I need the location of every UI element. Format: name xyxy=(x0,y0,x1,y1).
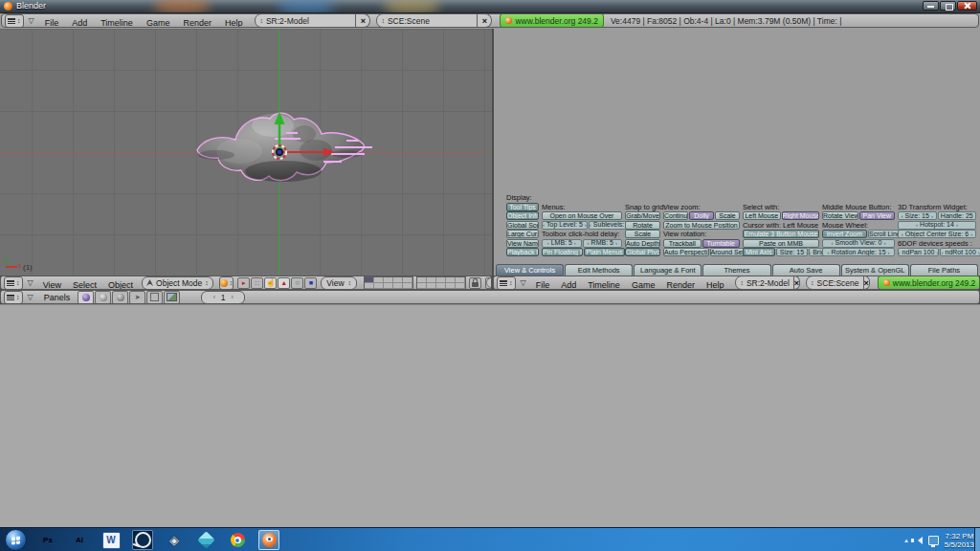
decrement-arrow-icon[interactable]: ‹ xyxy=(941,249,943,256)
menu-add[interactable]: Add xyxy=(65,18,94,28)
decrement-arrow-icon[interactable]: ‹ xyxy=(832,239,834,247)
pref-toggle-global-scene[interactable]: Global Scene xyxy=(506,221,539,230)
layer-button-10[interactable] xyxy=(403,283,412,289)
prefs-tab-themes[interactable]: Themes xyxy=(702,264,770,276)
increment-arrow-icon[interactable]: › xyxy=(574,239,576,247)
pref-toggle-scale[interactable]: Scale xyxy=(625,230,660,238)
taskbar-app-word[interactable]: W xyxy=(100,530,122,550)
proportional-edit-button[interactable]: ∷ xyxy=(251,277,263,289)
increment-arrow-icon[interactable]: › xyxy=(931,212,933,220)
prefs-tab-auto-save[interactable]: Auto Save xyxy=(772,264,840,276)
layer-button-6[interactable] xyxy=(365,283,374,289)
screen-selector[interactable]: ↕ SR:2-Model xyxy=(255,13,356,28)
viewport-menu-view[interactable]: View xyxy=(37,280,67,290)
pref-toggle-left-mouse[interactable]: Left Mouse xyxy=(743,211,781,220)
buttons-window-content[interactable] xyxy=(0,304,980,528)
layer-buttons-group-1[interactable] xyxy=(364,276,413,290)
increment-arrow-icon[interactable]: › xyxy=(883,239,885,247)
prefs-tab-edit-methods[interactable]: Edit Methods xyxy=(565,264,633,276)
decrement-arrow-icon[interactable]: ‹ xyxy=(902,212,903,220)
version-badge[interactable]: www.blender.org 249.2 xyxy=(500,13,603,28)
pref-toggle-continue[interactable]: Continue xyxy=(663,211,688,220)
decrement-arrow-icon[interactable]: ‹ xyxy=(899,249,901,256)
editing-context-button[interactable] xyxy=(146,291,163,304)
scene-selector[interactable]: ↕ SCE:Scene xyxy=(376,13,478,28)
increment-arrow-icon[interactable]: › xyxy=(956,221,958,229)
pref-field-top-level-5[interactable]: ‹Top Level: 5› xyxy=(542,221,588,230)
collapse-menus-icon[interactable]: ▽ xyxy=(28,278,33,287)
pref-toggle-auto-depth[interactable]: Auto Depth xyxy=(625,239,660,248)
screen-selector[interactable]: ↕ SR:2-Model xyxy=(735,276,793,290)
pref-toggle-right-mouse[interactable]: Right Mouse xyxy=(782,211,820,220)
layer-button-8[interactable] xyxy=(384,283,393,289)
version-badge[interactable]: www.blender.org 249.2 xyxy=(878,276,980,290)
pref-toggle-dolly[interactable]: Dolly xyxy=(689,211,714,220)
layer-button-17[interactable] xyxy=(427,283,436,289)
lock-layers-button[interactable] xyxy=(469,277,481,289)
script-context-button[interactable] xyxy=(95,291,111,304)
layer-button-9[interactable] xyxy=(393,283,403,289)
start-button[interactable] xyxy=(5,529,27,551)
show-hidden-icons-button[interactable]: ▴ xyxy=(904,537,908,544)
pref-field-size-15[interactable]: ‹Size: 15› xyxy=(898,211,937,220)
prefs-tab-language-font[interactable]: Language & Font xyxy=(634,264,702,276)
menu-help[interactable]: Help xyxy=(218,18,250,28)
increment-arrow-icon[interactable]: › xyxy=(585,221,587,229)
maximize-button[interactable] xyxy=(940,1,956,11)
layer-button-7[interactable] xyxy=(374,283,384,289)
increment-arrow-icon[interactable]: › xyxy=(888,249,890,256)
taskbar-app-illustrator[interactable]: Ai xyxy=(69,530,90,550)
pref-field-object-center-size-6[interactable]: ‹Object Center Size: 6› xyxy=(898,230,976,238)
editor-type-button[interactable]: ↕ xyxy=(5,14,24,28)
viewport-menu-object[interactable]: Object xyxy=(102,280,139,290)
pref-toggle-rotate-view[interactable]: Rotate View xyxy=(822,211,858,220)
scale-manipulator-button[interactable]: ■ xyxy=(304,277,317,289)
pref-field-size-15[interactable]: ‹Size: 15› xyxy=(776,248,809,256)
decrement-arrow-icon[interactable]: ‹ xyxy=(588,239,590,247)
prefs-tab-view-controls[interactable]: View & Controls xyxy=(496,264,564,276)
network-icon[interactable] xyxy=(928,536,939,545)
transform-orientation-selector[interactable]: View ↕ xyxy=(321,276,357,290)
increment-arrow-icon[interactable]: › xyxy=(615,239,617,247)
pref-field-smooth-view-0[interactable]: ‹Smooth View: 0› xyxy=(822,239,895,248)
pref-toggle-paste-on-mmb[interactable]: Paste on MMB xyxy=(743,239,819,248)
layer-button-16[interactable] xyxy=(417,283,427,289)
minimize-button[interactable] xyxy=(923,1,939,11)
pref-toggle-turntable[interactable]: Turntable xyxy=(702,239,741,248)
pref-toggle-view-name[interactable]: View Name xyxy=(506,239,539,248)
manipulator-toggle-button[interactable]: ☝ xyxy=(264,277,277,289)
pref-toggle-rotate[interactable]: Rotate xyxy=(625,221,660,230)
layer-button-20[interactable] xyxy=(456,283,465,289)
shading-context-button[interactable] xyxy=(112,291,128,304)
pref-toggle-scale[interactable]: Scale xyxy=(715,211,740,220)
menu-game[interactable]: Game xyxy=(626,280,661,290)
decrement-arrow-icon[interactable]: ‹ xyxy=(590,221,591,229)
decrement-arrow-icon[interactable]: ‹ xyxy=(916,221,918,229)
pivot-selector[interactable]: ▸ xyxy=(237,277,250,289)
prefs-tab-file-paths[interactable]: File Paths xyxy=(910,264,978,276)
increment-arrow-icon[interactable]: › xyxy=(970,231,972,238)
scene-delete-button[interactable]: × xyxy=(864,276,870,290)
collapse-menus-icon[interactable]: ▽ xyxy=(521,278,526,287)
pref-field-ndrot-100[interactable]: ‹ndRot 100› xyxy=(940,248,980,256)
screen-delete-button[interactable]: × xyxy=(356,13,370,28)
prefs-tab-system-opengl[interactable]: System & OpenGL xyxy=(841,264,909,276)
pref-field-rotation-angle-15[interactable]: ‹Rotation Angle: 15› xyxy=(822,248,895,256)
menu-help[interactable]: Help xyxy=(701,280,730,290)
pref-field-hotspot-14[interactable]: ‹Hotspot: 14› xyxy=(898,221,976,230)
pref-toggle-trackball[interactable]: Trackball xyxy=(663,239,702,248)
pref-toggle-large-cursor[interactable]: Large Cursor xyxy=(506,230,539,238)
menu-timeline[interactable]: Timeline xyxy=(582,280,626,290)
menu-game[interactable]: Game xyxy=(140,18,177,28)
pref-field-lmb-5[interactable]: ‹LMB: 5› xyxy=(542,239,582,248)
decrement-arrow-icon[interactable]: ‹ xyxy=(902,231,903,238)
increment-arrow-icon[interactable]: › xyxy=(936,249,938,256)
pref-toggle-plain-menus[interactable]: Plain Menus xyxy=(584,248,625,256)
menu-timeline[interactable]: Timeline xyxy=(94,18,140,28)
editor-type-button[interactable]: ↕ xyxy=(4,276,23,290)
screen-delete-button[interactable]: × xyxy=(794,276,800,290)
editor-type-button[interactable]: ↕ xyxy=(4,291,23,304)
mesh-object[interactable] xyxy=(0,29,492,276)
layer-buttons-group-2[interactable] xyxy=(416,276,466,290)
taskbar-app-chrome[interactable] xyxy=(227,530,248,550)
